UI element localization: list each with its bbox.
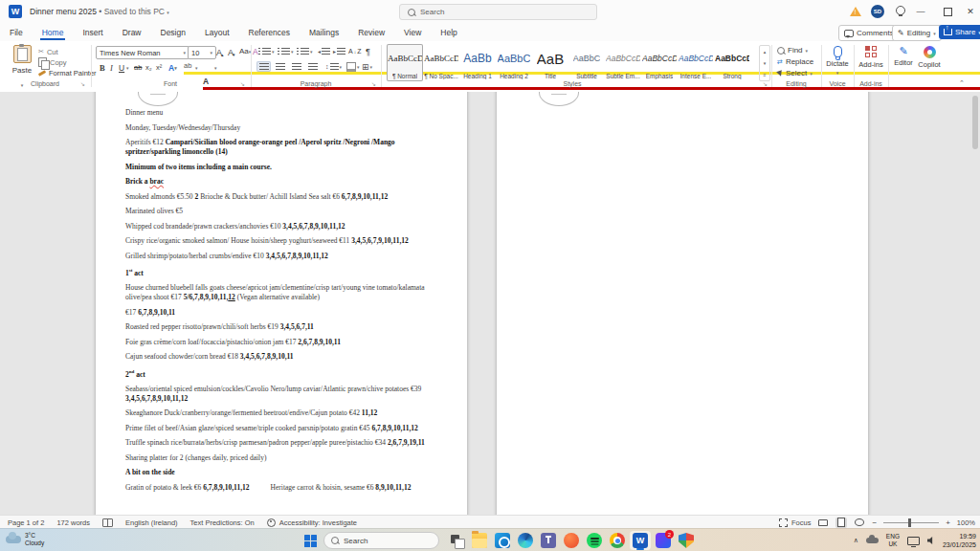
doc-paragraph[interactable]: Aperitifs €12 Campari/Sicilian blood ora… (125, 138, 449, 157)
bold-button[interactable]: B (100, 61, 105, 74)
find-button[interactable]: Find▾ (777, 46, 808, 55)
doc-paragraph[interactable]: Skeaghanore Duck/cranberry/orange/fermen… (125, 408, 449, 418)
style-chip-normal[interactable]: AaBbCcD¶ Normal (387, 44, 423, 81)
warning-icon[interactable] (850, 7, 861, 16)
align-right-button[interactable] (289, 60, 303, 73)
taskbar-search[interactable]: Search (323, 532, 439, 549)
doc-paragraph[interactable]: 1st act (125, 266, 449, 278)
editing-mode-button[interactable]: ✎ Editing ▾ (892, 25, 942, 41)
ribbon-tab-review[interactable]: Review (356, 25, 387, 40)
change-case-button[interactable]: Aa▾ (239, 45, 251, 57)
grow-font-button[interactable]: A▴ (216, 45, 224, 57)
proofing-icon[interactable] (102, 518, 113, 527)
web-layout-button[interactable] (854, 518, 865, 528)
taskbar-icon-chrome[interactable] (607, 531, 628, 550)
doc-paragraph[interactable]: €17 6,7,8,9,10,11 (125, 308, 449, 318)
style-chip-intense-emphasis[interactable]: AaBbCcDIntense E... (678, 44, 714, 81)
select-button[interactable]: Select▾ (777, 69, 813, 77)
document-page-2[interactable] (496, 92, 869, 515)
avatar[interactable]: SD (871, 5, 884, 18)
justify-button[interactable] (305, 60, 320, 73)
taskbar-icon-task-view[interactable] (446, 531, 467, 550)
shrink-font-button[interactable]: A▾ (228, 45, 235, 57)
ribbon-tab-view[interactable]: View (402, 25, 423, 40)
style-chip-heading2[interactable]: AaBbCHeading 2 (496, 44, 532, 81)
doc-paragraph[interactable]: A bit on the side (125, 468, 449, 477)
replace-button[interactable]: ⇄Replace (777, 57, 813, 66)
sort-button[interactable]: A↓Z (348, 45, 361, 57)
collapse-ribbon-button[interactable]: ⌃ (959, 79, 965, 87)
zoom-level[interactable]: 100% (957, 518, 975, 527)
font-dialog-launcher[interactable]: ↘ (240, 80, 245, 87)
taskbar-icon-outlook[interactable] (492, 531, 513, 550)
doc-paragraph[interactable]: Crispy rice/organic smoked salmon/ House… (125, 236, 449, 246)
style-chip-no-spacing[interactable]: AaBbCcD¶ No Spac... (423, 44, 459, 81)
doc-paragraph[interactable]: Monday, Tuesday/Wednesday/Thursday (125, 123, 449, 133)
ribbon-tab-design[interactable]: Design (159, 25, 188, 40)
display-cast-icon[interactable] (907, 537, 920, 545)
ribbon-tab-mailings[interactable]: Mailings (307, 25, 341, 40)
highlight-dropdown[interactable]: ▾ (195, 61, 198, 74)
decrease-indent-button[interactable]: ◂ (318, 45, 330, 57)
text-effects-button[interactable]: A▾ (168, 61, 177, 74)
zoom-out-button[interactable]: − (872, 518, 877, 527)
zoom-slider[interactable] (883, 522, 939, 523)
paragraph-dialog-launcher[interactable]: ↘ (371, 80, 376, 87)
clear-formatting-button[interactable]: A (253, 45, 258, 57)
print-layout-button[interactable] (835, 518, 847, 528)
line-spacing-button[interactable]: ↕ ▾ (325, 60, 342, 73)
strikethrough-button[interactable]: ab (134, 61, 142, 74)
taskbar-icon-teams[interactable] (538, 531, 559, 550)
copy-button[interactable]: Copy (38, 57, 67, 67)
ribbon-tab-file[interactable]: File (8, 25, 25, 40)
save-status[interactable]: Saved to this PC (104, 7, 165, 16)
ribbon-tab-help[interactable]: Help (438, 25, 458, 40)
focus-mode-button[interactable]: Focus (779, 518, 811, 527)
doc-paragraph[interactable]: Smoked almonds €5.50 2 Brioche & Duck bu… (125, 192, 449, 202)
ribbon-tab-layout[interactable]: Layout (203, 25, 232, 40)
borders-button[interactable]: ⊞▾ (362, 60, 372, 73)
underline-button[interactable]: U (119, 61, 124, 74)
taskbar-icon-phone-link[interactable]: 2 (653, 531, 674, 550)
lightbulb-icon[interactable] (896, 6, 905, 15)
app-search-box[interactable]: Search (399, 4, 597, 20)
font-family-select[interactable]: Times New Roman▾ (96, 46, 189, 59)
hidden-icons-chevron[interactable]: ∧ (854, 537, 858, 544)
italic-button[interactable]: I (110, 61, 113, 74)
onedrive-icon[interactable] (866, 538, 879, 543)
bullets-button[interactable]: ▾ (258, 45, 275, 57)
comments-button[interactable]: Comments (838, 25, 900, 41)
align-center-button[interactable] (273, 60, 287, 73)
doc-paragraph[interactable]: Cajun seafood chowder/corn bread €18 3,4… (125, 352, 449, 362)
style-chip-strong[interactable]: AaBbCcDStrong (714, 44, 750, 81)
taskbar-icon-brave[interactable] (561, 531, 582, 550)
clipboard-dialog-launcher[interactable]: ↘ (80, 80, 85, 87)
numbering-button[interactable]: ▾ (278, 45, 294, 57)
zoom-slider-thumb[interactable] (908, 518, 911, 527)
vertical-scrollbar[interactable] (972, 94, 978, 511)
minimize-button[interactable]: — (907, 0, 934, 23)
doc-paragraph[interactable]: Dinner menu (125, 108, 449, 118)
font-size-select[interactable]: 10▾ (188, 46, 216, 59)
cut-button[interactable]: ✂Cut (38, 47, 58, 56)
clock[interactable]: 19:5923/01/2025 (943, 532, 976, 549)
editor-button[interactable]: ✎ Editor (892, 46, 915, 67)
document-page-1[interactable]: Dinner menuMonday, Tuesday/Wednesday/Thu… (95, 92, 468, 515)
doc-paragraph[interactable]: Marinated olives €5 (125, 207, 449, 216)
format-painter-button[interactable]: Format Painter (38, 68, 97, 77)
taskbar-icon-word[interactable] (630, 531, 651, 550)
start-button[interactable] (304, 535, 317, 547)
doc-paragraph[interactable]: 2nd act (125, 367, 449, 380)
page-indicator[interactable]: Page 1 of 2 (8, 518, 44, 527)
doc-paragraph[interactable]: Truffle spinach rice/burrata/herbs/crisp… (125, 438, 449, 448)
taskbar-icon-spotify[interactable] (584, 531, 605, 550)
doc-paragraph[interactable]: House churned bluebell falls goats chees… (125, 283, 449, 302)
doc-paragraph[interactable]: Whipped cod brandade/prawn crackers/anch… (125, 222, 449, 231)
underline-dropdown[interactable]: ▾ (126, 61, 129, 74)
add-ins-button[interactable]: Add-ins (858, 46, 884, 69)
language-indicator[interactable]: English (Ireland) (125, 518, 178, 527)
dictate-button[interactable]: Dictate▾ (825, 46, 850, 76)
doc-paragraph[interactable]: Foie gras crème/corn loaf/focaccia/pista… (125, 338, 449, 347)
doc-paragraph[interactable]: Brick a brac (125, 177, 449, 187)
style-chip-subtitle[interactable]: AaBbCSubtitle (568, 44, 605, 81)
